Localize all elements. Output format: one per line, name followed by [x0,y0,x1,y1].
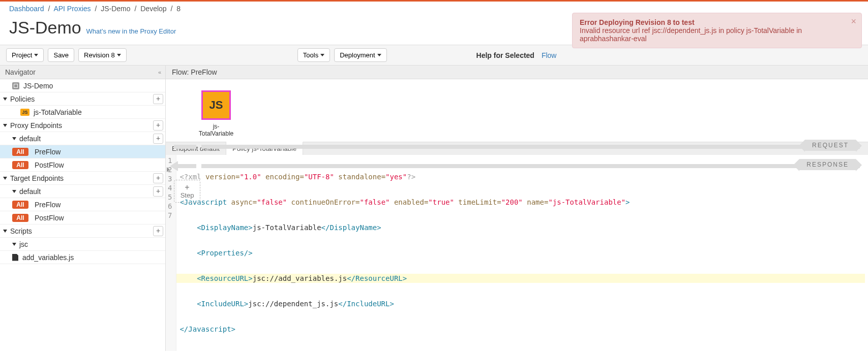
policy-tile-label: js-TotalVariable [198,123,234,138]
response-flow-line: RESPONSE [174,164,860,169]
nav-target-preflow[interactable]: All PreFlow [0,198,165,211]
policy-tile[interactable]: JS js-TotalVariable [198,90,234,138]
page-title: JS-Demo [9,18,81,37]
chevron-down-icon [117,54,121,56]
nav-policy-item[interactable]: JS js-TotalVariable [0,106,165,119]
chevron-down-icon [12,190,16,193]
request-flow-line: REQUEST [174,144,860,149]
nav-root[interactable]: JS-Demo [0,79,165,92]
add-target-flow-button[interactable]: + [153,186,163,197]
nav-section-policies[interactable]: Policies + [0,92,165,106]
nav-proxy-postflow[interactable]: All PostFlow [0,158,165,172]
nav-section-proxy-endpoints[interactable]: Proxy Endpoints + [0,119,165,132]
revision-menu[interactable]: Revision 8 [78,48,127,62]
add-flow-button[interactable]: + [153,134,163,144]
add-step-button[interactable]: + Step [174,180,200,203]
js-icon: JS [209,99,223,112]
breadcrumb-revision: 8 [176,5,181,13]
save-button[interactable]: Save [48,48,74,62]
project-menu[interactable]: Project [6,48,44,62]
chevron-down-icon [3,230,7,233]
chevron-down-icon [320,54,324,56]
whats-new-link[interactable]: What's new in the Proxy Editor [86,27,176,35]
error-alert: × Error Deploying Revision 8 to test Inv… [572,13,862,48]
chevron-down-icon [12,243,16,246]
nav-section-target-endpoints[interactable]: Target Endpoints + [0,172,165,185]
chevron-down-icon [12,137,16,140]
all-badge: All [12,161,28,169]
plus-icon: + [176,183,198,191]
nav-script-file[interactable]: add_variables.js [0,251,165,264]
chevron-down-icon [377,54,381,56]
file-icon [12,254,18,261]
help-flow-link[interactable]: Flow [542,51,557,59]
breadcrumb-develop: Develop [140,5,166,13]
flow-header: Flow: PreFlow [166,66,868,79]
collapse-icon[interactable]: « [158,69,160,75]
nav-target-default[interactable]: default + [0,185,165,198]
js-icon: JS [20,109,29,116]
add-script-button[interactable]: + [153,226,163,236]
nav-target-postflow[interactable]: All PostFlow [0,211,165,224]
code-body[interactable]: <?xml version="1.0" encoding="UTF-8" sta… [176,155,868,351]
nav-section-scripts[interactable]: Scripts + [0,224,165,238]
add-target-endpoint-button[interactable]: + [153,173,163,183]
add-proxy-endpoint-button[interactable]: + [153,120,163,131]
nav-jsc-folder[interactable]: jsc [0,238,165,251]
all-badge: All [12,148,28,156]
flow-canvas: JS js-TotalVariable REQUEST RESPONSE + S… [166,79,868,142]
nav-proxy-preflow[interactable]: All PreFlow [0,145,165,158]
tools-menu[interactable]: Tools [297,48,330,62]
all-badge: All [12,214,28,222]
help-for-selected-label: Help for Selected [476,51,534,59]
breadcrumb-api-proxies[interactable]: API Proxies [53,5,91,13]
request-label: REQUEST [805,140,856,151]
breadcrumb-dashboard[interactable]: Dashboard [9,5,44,13]
navigator-title: Navigator [5,68,36,76]
deployment-menu[interactable]: Deployment [334,48,386,62]
code-editor[interactable]: 1 2 3 4 5 6 7 <?xml version="1.0" encodi… [166,155,868,351]
app-icon [12,82,19,89]
breadcrumb-proxy-name: JS-Demo [101,5,130,13]
error-message: Invalid resource url ref jsc://dependent… [580,26,854,43]
nav-proxy-default[interactable]: default + [0,132,165,145]
chevron-down-icon [3,98,7,101]
chevron-down-icon [3,124,7,127]
navigator-panel: Navigator « JS-Demo Policies + JS js-Tot… [0,66,166,351]
response-label: RESPONSE [799,159,856,170]
add-policy-button[interactable]: + [153,94,163,104]
chevron-down-icon [34,54,38,56]
all-badge: All [12,201,28,209]
error-title: Error Deploying Revision 8 to test [580,18,854,26]
close-icon[interactable]: × [851,16,856,27]
chevron-down-icon [3,177,7,180]
